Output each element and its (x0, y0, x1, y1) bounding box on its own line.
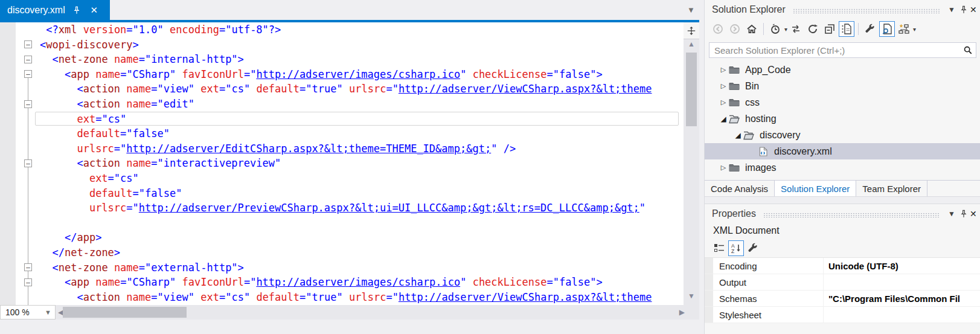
tab-solution-explorer[interactable]: Solution Explorer (775, 181, 856, 196)
vertical-scroll-thumb[interactable] (686, 53, 697, 126)
sync-arrows-icon[interactable] (788, 21, 804, 37)
fold-collapse-icon[interactable]: – (24, 100, 32, 108)
vertical-scrollbar[interactable]: ▲ ▼ (684, 22, 699, 305)
pin-icon[interactable] (958, 208, 970, 219)
fold-collapse-icon[interactable]: – (24, 263, 32, 271)
code-line[interactable]: ext="cs" (0, 171, 684, 186)
code-line[interactable]: <net-zone name="internal-http"> (0, 52, 684, 67)
property-value[interactable]: "C:\Program Files\Common Fil (824, 291, 980, 306)
tab-well-chevron-icon[interactable]: ▼ (687, 5, 695, 14)
code-line[interactable]: </net-zone> (0, 245, 684, 260)
code-token: > (238, 53, 244, 65)
code-token: "view" (158, 83, 194, 95)
chevron-down-icon[interactable]: ▼ (946, 208, 958, 219)
close-icon[interactable]: ✕ (970, 208, 978, 219)
tree-expand-icon[interactable]: ▷ (718, 82, 729, 90)
tree-expand-icon[interactable]: ▷ (718, 66, 729, 74)
drag-grip[interactable] (793, 8, 940, 14)
tree-expand-icon[interactable]: ◢ (718, 115, 729, 123)
fold-collapse-icon[interactable]: – (24, 70, 32, 78)
code-line[interactable]: default="false" (0, 126, 684, 141)
categorized-icon[interactable] (711, 240, 727, 256)
search-input[interactable] (709, 45, 960, 56)
tree-expand-icon[interactable]: ◢ (732, 131, 743, 140)
code-line[interactable]: <action name="view" ext="cs" default="tr… (0, 290, 684, 305)
code-url-token[interactable]: http://adserver/EditCSharp.aspx?&lt;them… (126, 143, 491, 155)
tree-item-app-code[interactable]: ▷App_Code (705, 62, 980, 78)
tab-team-explorer[interactable]: Team Explorer (856, 181, 927, 196)
drag-grip[interactable] (763, 213, 940, 218)
code-url-token[interactable]: http://adserver/images/csharp.ico (256, 68, 460, 80)
tree-item-hosting[interactable]: ◢hosting (705, 111, 980, 127)
history-clock-icon[interactable] (767, 21, 783, 37)
tree-expand-icon[interactable]: ▷ (718, 164, 729, 172)
chevron-down-icon[interactable]: ▾ (913, 26, 916, 33)
properties-wrench-icon[interactable] (862, 21, 878, 37)
code-line[interactable]: <action name="view" ext="cs" default="tr… (0, 82, 684, 97)
code-url-token[interactable]: http://adserver/ViewCSharp.aspx?&lt;them… (399, 83, 652, 95)
code-line[interactable]: <action name="interactivepreview" (0, 156, 684, 171)
property-value[interactable] (824, 307, 980, 323)
code-token: < (77, 291, 83, 303)
tree-expand-icon[interactable]: ▷ (718, 98, 729, 106)
chevron-down-icon[interactable]: ▾ (784, 26, 787, 33)
split-window-handle[interactable] (684, 22, 699, 39)
editor-zoom-select[interactable]: 100 % ▼ (0, 305, 56, 320)
code-line[interactable]: <wopi-discovery> (0, 37, 684, 53)
fold-collapse-icon[interactable]: – (24, 56, 32, 63)
scroll-down-icon[interactable]: ▼ (684, 292, 699, 300)
panel-splitter[interactable] (705, 196, 980, 204)
code-token: = (139, 262, 145, 274)
code-line-current[interactable]: ext="cs" (0, 112, 684, 127)
code-line[interactable]: <?xml version="1.0" encoding="utf-8"?> (0, 22, 684, 37)
tree-item-images[interactable]: ▷images (705, 159, 980, 176)
scroll-up-icon[interactable]: ▲ (684, 40, 699, 48)
tree-item-label: css (745, 97, 760, 108)
tree-item-bin[interactable]: ▷Bin (705, 78, 980, 94)
collapse-all-icon[interactable] (822, 21, 837, 37)
tab-code-analysis[interactable]: Code Analysis (705, 181, 775, 196)
home-icon[interactable] (744, 21, 760, 37)
code-url-token[interactable]: http://adserver/ViewCSharp.aspx?&lt;them… (399, 291, 652, 303)
code-line[interactable]: <app name="CSharp" favIconUrl="http://ad… (0, 275, 684, 290)
code-line[interactable]: <net-zone name="external-http"> (0, 260, 684, 275)
horizontal-scroll-thumb[interactable] (63, 307, 187, 318)
code-line[interactable]: urlsrc="http://adserver/PreviewCSharp.as… (0, 201, 684, 216)
horizontal-scrollbar[interactable]: ◀ ▶ (56, 305, 699, 320)
tree-item-discovery-xml[interactable]: discovery.xml (705, 143, 980, 159)
document-tab[interactable]: discovery.xml ✕ (0, 0, 110, 20)
code-line[interactable]: default="false" (0, 186, 684, 201)
code-line[interactable]: <action name="edit" (0, 97, 684, 112)
preview-selected-items-icon[interactable] (879, 21, 895, 37)
code-line[interactable]: <app name="CSharp" favIconUrl="http://ad… (0, 67, 684, 82)
search-icon[interactable] (960, 45, 976, 55)
close-icon[interactable]: ✕ (88, 5, 100, 16)
scroll-right-icon[interactable]: ▶ (679, 305, 685, 320)
code-line[interactable]: urlsrc="http://adserver/EditCSharp.aspx?… (0, 141, 684, 156)
code-line[interactable]: </app> (0, 230, 684, 245)
code-token (497, 143, 503, 155)
code-url-token[interactable]: http://adserver/images/csharp.ico (256, 276, 460, 288)
close-icon[interactable]: ✕ (970, 4, 978, 15)
tree-item-discovery[interactable]: ◢discovery (705, 127, 980, 143)
code-line[interactable] (0, 216, 684, 231)
property-value[interactable]: Unicode (UTF-8) (824, 258, 980, 274)
pin-icon[interactable] (958, 4, 970, 15)
code-token: </ (65, 231, 77, 243)
show-all-files-icon[interactable] (839, 21, 854, 37)
property-value[interactable] (824, 274, 980, 290)
alphabetical-sort-icon[interactable]: AZ (728, 240, 744, 256)
fold-collapse-icon[interactable]: – (24, 278, 32, 286)
refresh-icon[interactable] (805, 21, 821, 37)
code-url-token[interactable]: http://adserver/PreviewCSharp.aspx?&lt;u… (139, 202, 639, 214)
fold-collapse-icon[interactable]: – (24, 40, 32, 48)
code-area[interactable]: <?xml version="1.0" encoding="utf-8"?><w… (0, 22, 684, 305)
fold-collapse-icon[interactable]: – (24, 159, 32, 167)
pin-icon[interactable] (71, 5, 83, 16)
properties-object-name[interactable]: XML Document (705, 222, 980, 239)
chevron-down-icon[interactable]: ▼ (946, 4, 958, 15)
tree-item-css[interactable]: ▷css (705, 94, 980, 111)
class-diagram-icon[interactable] (896, 21, 912, 37)
code-token: = (114, 143, 120, 155)
code-token (40, 157, 77, 169)
